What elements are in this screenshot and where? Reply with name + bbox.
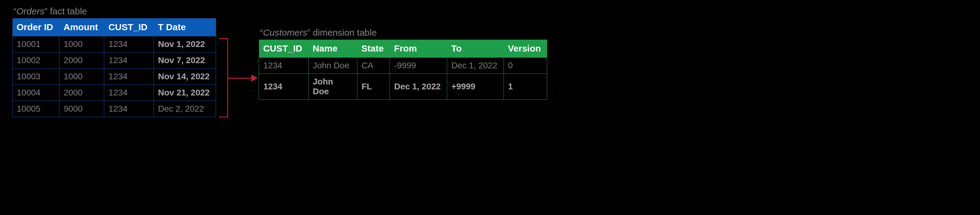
cell-from: -9999 <box>390 57 447 74</box>
orders-header-row: Order ID Amount CUST_ID T Date <box>13 18 216 36</box>
arrow-head-icon <box>251 75 258 82</box>
cell-cust-id: 1234 <box>104 85 154 101</box>
cell-from: Dec 1, 2022 <box>390 74 447 100</box>
col-amount: Amount <box>59 18 104 36</box>
cell-cust-id: 1234 <box>104 53 154 68</box>
col-cust-id: CUST_ID <box>104 18 154 36</box>
join-arrow <box>216 38 259 133</box>
col-to: To <box>447 40 504 57</box>
cell-t-date: Nov 7, 2022 <box>154 53 216 68</box>
orders-caption-suffix: ” fact table <box>45 6 87 16</box>
arrow-line <box>228 78 253 79</box>
col-cust-id: CUST_ID <box>259 40 308 57</box>
col-name: Name <box>308 40 357 57</box>
cell-t-date: Nov 21, 2022 <box>154 85 216 101</box>
table-row: 10004 2000 1234 Nov 21, 2022 <box>13 85 216 101</box>
orders-caption-name: Orders <box>16 6 45 16</box>
quote-open: “ <box>260 27 263 38</box>
customers-table-wrap: “Customers” dimension table CUST_ID Name… <box>259 27 547 100</box>
orders-table-wrap: “Orders” fact table Order ID Amount CUST… <box>12 6 216 117</box>
table-row: 10003 1000 1234 Nov 14, 2022 <box>13 68 216 85</box>
cell-amount: 1000 <box>59 36 104 53</box>
col-order-id: Order ID <box>13 18 59 36</box>
cell-cust-id: 1234 <box>259 74 308 100</box>
orders-caption: “Orders” fact table <box>12 6 216 16</box>
customers-caption-name: Customers <box>263 27 307 38</box>
cell-name: John Doe <box>308 74 357 100</box>
cell-order-id: 10002 <box>13 53 59 68</box>
cell-t-date: Dec 2, 2022 <box>154 101 216 117</box>
customers-table: CUST_ID Name State From To Version 1234 … <box>259 40 547 100</box>
cell-amount: 2000 <box>59 53 104 68</box>
table-row: 1234 John Doe FL Dec 1, 2022 +9999 1 <box>259 74 547 100</box>
bracket-icon <box>219 38 228 118</box>
cell-cust-id: 1234 <box>104 68 154 85</box>
cell-amount: 9000 <box>59 101 104 117</box>
customers-caption: “Customers” dimension table <box>259 27 547 38</box>
cell-state: FL <box>357 74 390 100</box>
cell-cust-id: 1234 <box>259 57 308 74</box>
col-from: From <box>390 40 447 57</box>
table-row: 10005 9000 1234 Dec 2, 2022 <box>13 101 216 117</box>
cell-version: 0 <box>504 57 547 74</box>
cell-order-id: 10005 <box>13 101 59 117</box>
cell-name: John Doe <box>308 57 357 74</box>
cell-t-date: Nov 14, 2022 <box>154 68 216 85</box>
table-row: 10001 1000 1234 Nov 1, 2022 <box>13 36 216 53</box>
cell-order-id: 10001 <box>13 36 59 53</box>
cell-cust-id: 1234 <box>104 101 154 117</box>
cell-amount: 1000 <box>59 68 104 85</box>
cell-state: CA <box>357 57 390 74</box>
cell-to: Dec 1, 2022 <box>447 57 504 74</box>
diagram-container: “Orders” fact table Order ID Amount CUST… <box>12 6 968 133</box>
table-row: 1234 John Doe CA -9999 Dec 1, 2022 0 <box>259 57 547 74</box>
col-version: Version <box>504 40 547 57</box>
quote-open: “ <box>13 6 16 16</box>
orders-table: Order ID Amount CUST_ID T Date 10001 100… <box>12 18 216 117</box>
cell-order-id: 10003 <box>13 68 59 85</box>
col-t-date: T Date <box>154 18 216 36</box>
cell-order-id: 10004 <box>13 85 59 101</box>
cell-version: 1 <box>504 74 547 100</box>
cell-amount: 2000 <box>59 85 104 101</box>
customers-caption-suffix: ” dimension table <box>307 27 377 38</box>
cell-cust-id: 1234 <box>104 36 154 53</box>
col-state: State <box>357 40 390 57</box>
cell-t-date: Nov 1, 2022 <box>154 36 216 53</box>
cell-to: +9999 <box>447 74 504 100</box>
customers-header-row: CUST_ID Name State From To Version <box>259 40 547 57</box>
table-row: 10002 2000 1234 Nov 7, 2022 <box>13 53 216 68</box>
